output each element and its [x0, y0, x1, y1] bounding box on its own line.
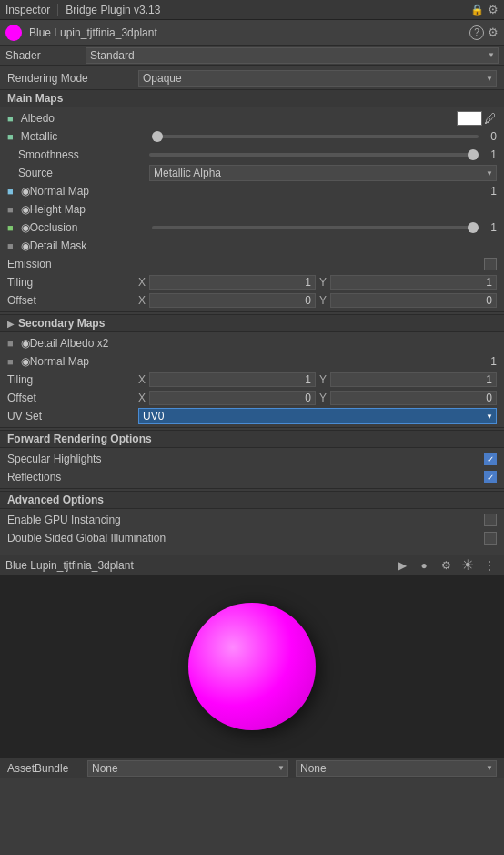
smoothness-slider[interactable] [149, 153, 479, 157]
object-preview-icon [5, 25, 22, 41]
help-icon[interactable]: ? [469, 25, 484, 40]
asset-bundle-dropdown2-wrapper[interactable]: None ▼ [296, 760, 497, 777]
source-dropdown-wrapper[interactable]: Metallic Alpha Albedo Alpha ▼ [149, 165, 497, 181]
main-tiling-y-input[interactable] [330, 275, 497, 290]
asset-bundle-dropdown1[interactable]: None [87, 760, 288, 777]
emission-value [138, 258, 497, 270]
secondary-offset-y-input[interactable] [330, 391, 497, 405]
inspector-title: Inspector [5, 4, 50, 16]
lock-icon[interactable]: 🔒 [470, 4, 484, 16]
object-row: Blue Lupin_tjtfinia_3dplant ? ⚙ [0, 20, 504, 46]
uv-set-dropdown[interactable]: UV0 UV1 [138, 408, 497, 424]
secondary-tiling-x-input[interactable] [149, 372, 316, 387]
occlusion-icon: ■ [7, 222, 14, 233]
gpu-instancing-checkbox[interactable] [484, 514, 497, 526]
main-offset-y-group: Y [319, 293, 497, 308]
secondary-offset-x-label: X [138, 392, 147, 404]
specular-checkbox[interactable] [484, 453, 497, 465]
asset-bundle-row: AssetBundle None ▼ None ▼ [0, 758, 504, 778]
color-picker-icon[interactable]: 🖊 [484, 111, 497, 126]
metallic-value: 0 [152, 130, 497, 143]
secondary-offset-y-group: Y [319, 391, 497, 405]
main-tiling-x-input[interactable] [149, 275, 316, 290]
main-offset-x-group: X [138, 293, 316, 308]
sun-icon[interactable]: ☀ [459, 556, 477, 575]
gpu-instancing-value [138, 514, 497, 526]
specular-value [138, 453, 497, 465]
reflections-value [138, 471, 497, 483]
rendering-mode-dropdown-wrapper[interactable]: Opaque Cutout Fade Transparent ▼ [138, 70, 497, 87]
detail-albedo-label: ◉Detail Albedo x2 [21, 337, 148, 350]
preview-icons-group: ▶ ● ⚙ ☀ ⋮ [393, 556, 499, 575]
normal-map-row: ■ ◉Normal Map 1 [0, 182, 504, 200]
occlusion-slider-value: 1 [482, 221, 497, 234]
normal-map-value: 1 [152, 185, 497, 198]
sphere-icon[interactable]: ● [415, 556, 433, 575]
play-icon[interactable]: ▶ [393, 556, 411, 575]
main-maps-label: Main Maps [7, 92, 63, 105]
preview-settings-icon[interactable]: ⚙ [437, 556, 455, 575]
height-map-row: ■ ◉Height Map [0, 200, 504, 219]
secondary-normal-icon: ■ [7, 356, 14, 367]
main-tiling-x-label: X [138, 276, 147, 289]
secondary-tiling-x-label: X [138, 373, 147, 386]
uv-set-dropdown-wrapper[interactable]: UV0 UV1 ▼ [138, 408, 497, 424]
secondary-tiling-inputs: X Y [138, 372, 497, 387]
main-tiling-row: Tiling X Y [0, 273, 504, 291]
asset-bundle-dropdown1-wrapper[interactable]: None ▼ [87, 760, 288, 777]
secondary-normal-map-row: ■ ◉Normal Map 1 [0, 352, 504, 371]
main-maps-header: Main Maps [0, 89, 504, 107]
secondary-maps-header: ▶ Secondary Maps [0, 314, 504, 332]
normal-map-label: ◉Normal Map [21, 185, 148, 198]
albedo-row: ■ Albedo 🖊 [0, 109, 504, 127]
advanced-options-label: Advanced Options [7, 494, 104, 506]
secondary-tiling-label: Tiling [7, 373, 135, 386]
main-offset-y-input[interactable] [330, 293, 497, 308]
smoothness-slider-area: 1 [149, 148, 497, 161]
albedo-color-swatch[interactable] [457, 111, 482, 126]
secondary-maps-expand-icon[interactable]: ▶ [7, 319, 15, 329]
uv-set-row: UV Set UV0 UV1 ▼ [0, 407, 504, 425]
shader-dropdown[interactable]: Standard [86, 47, 499, 64]
divider-2 [0, 427, 504, 428]
source-dropdown[interactable]: Metallic Alpha Albedo Alpha [149, 165, 497, 181]
object-name: Blue Lupin_tjtfinia_3dplant [29, 26, 462, 39]
occlusion-value: 1 [152, 221, 497, 234]
preview-header: Blue Lupin_tjtfinia_3dplant ▶ ● ⚙ ☀ ⋮ [0, 555, 504, 575]
shader-row: Shader Standard ▼ [0, 46, 504, 66]
uv-set-label: UV Set [7, 410, 135, 422]
plugin-label: Bridge Plugin v3.13 [66, 4, 160, 16]
metallic-row: ■ Metallic 0 [0, 127, 504, 146]
secondary-offset-inputs: X Y [138, 391, 497, 405]
secondary-tiling-y-group: Y [319, 372, 497, 387]
metallic-slider[interactable] [152, 135, 479, 138]
secondary-offset-x-input[interactable] [149, 391, 316, 405]
occlusion-slider[interactable] [152, 226, 479, 229]
forward-rendering-header: Forward Rendering Options [0, 430, 504, 448]
preview-title: Blue Lupin_tjtfinia_3dplant [5, 559, 389, 572]
emission-checkbox[interactable] [484, 258, 497, 270]
divider-1 [0, 311, 504, 312]
object-settings-icon[interactable]: ⚙ [488, 25, 499, 40]
secondary-offset-row: Offset X Y [0, 389, 504, 407]
settings-icon[interactable]: ⚙ [488, 3, 499, 16]
main-offset-x-input[interactable] [149, 293, 316, 308]
metallic-label: Metallic [21, 130, 148, 143]
metallic-icon: ■ [7, 131, 14, 142]
occlusion-row: ■ ◉Occlusion 1 [0, 219, 504, 237]
double-sided-gi-checkbox[interactable] [484, 532, 497, 545]
rendering-mode-dropdown[interactable]: Opaque Cutout Fade Transparent [138, 70, 497, 87]
height-map-icon: ■ [7, 204, 14, 215]
double-sided-gi-label: Double Sided Global Illumination [7, 532, 166, 545]
more-icon[interactable]: ⋮ [480, 556, 499, 575]
smoothness-value: 1 [149, 148, 497, 161]
normal-map-num: 1 [482, 185, 497, 198]
secondary-tiling-y-label: Y [319, 373, 328, 386]
albedo-icon: ■ [7, 113, 14, 124]
reflections-checkbox[interactable] [484, 471, 497, 483]
header-divider [57, 4, 58, 16]
double-sided-gi-value [169, 532, 497, 545]
asset-bundle-dropdown2[interactable]: None [296, 760, 497, 777]
secondary-tiling-y-input[interactable] [330, 372, 497, 387]
shader-dropdown-wrapper[interactable]: Standard ▼ [86, 47, 499, 64]
